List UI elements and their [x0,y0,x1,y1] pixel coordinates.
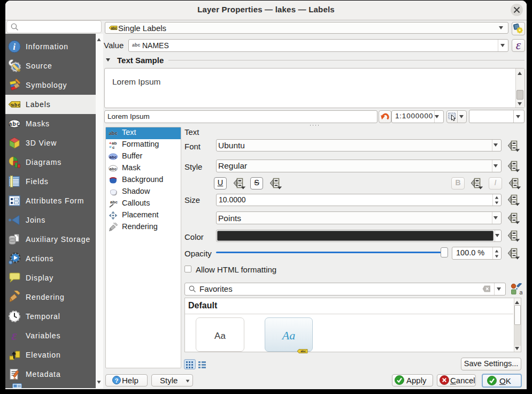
svg-text:abc: abc [109,130,117,136]
svg-text:i: i [13,42,16,52]
svg-text:abc: abc [110,200,118,204]
svg-text:abc: abc [9,120,20,127]
svg-text:<: < [109,145,112,149]
svg-text:?: ? [114,377,118,384]
svg-text:abc: abc [300,350,306,353]
svg-text:abc: abc [111,26,117,30]
svg-text:a: a [520,289,523,296]
svg-text:abc: abc [110,155,117,160]
svg-text:ε: ε [11,329,17,342]
svg-text:abc: abc [110,166,117,171]
svg-text:c: c [112,145,115,150]
svg-text:abc: abc [11,102,21,108]
